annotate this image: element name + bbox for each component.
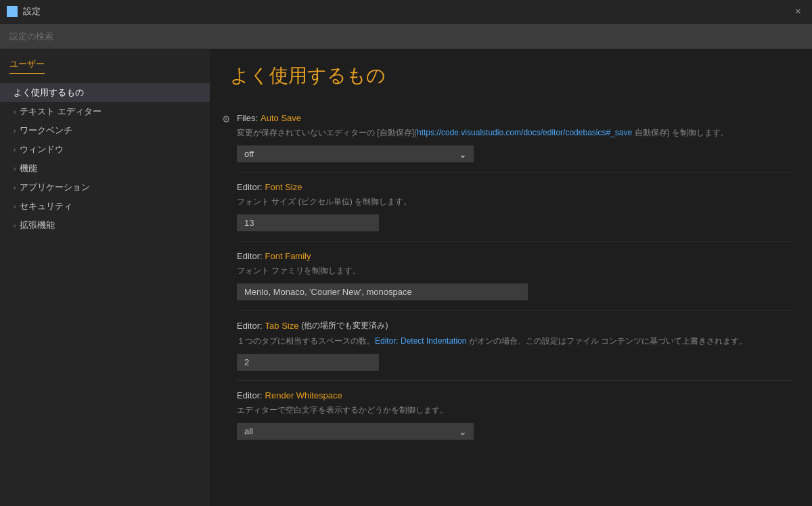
setting-dropdown-files-auto-save: off afterDelay onFocusChange onWindowCha…: [237, 145, 474, 162]
svg-rect-4: [9, 14, 14, 15]
settings-file-icon: [7, 6, 18, 17]
setting-editor-font-family: Editor: Font Family フォント ファミリを制御します。: [237, 241, 792, 310]
setting-desc-editor-tab-size: １つのタブに相当するスペースの数。Editor: Detect Indentat…: [237, 335, 792, 347]
chevron-right-icon: ›: [14, 146, 16, 154]
setting-editor-render-whitespace: Editor: Render Whitespace エディターで空白文字を表示す…: [237, 380, 792, 449]
sidebar-item-application[interactable]: › アプリケーション: [0, 178, 210, 197]
font-family-input[interactable]: [237, 283, 528, 300]
sidebar-item-frequently-used[interactable]: よく使用するもの: [0, 83, 210, 102]
setting-files-auto-save: ⚙ Files: Auto Save 変更が保存されていないエディターの [自動…: [237, 104, 792, 172]
setting-editor-font-size: Editor: Font Size フォント サイズ (ピクセル単位) を制御し…: [237, 172, 792, 241]
setting-label-editor-render-whitespace: Editor: Render Whitespace: [237, 390, 792, 400]
setting-label-editor-font-size: Editor: Font Size: [237, 182, 792, 192]
chevron-right-icon: ›: [14, 203, 16, 210]
chevron-right-icon: ›: [14, 108, 16, 116]
setting-input-tab-size: [237, 354, 792, 371]
sidebar-item-security[interactable]: › セキュリティ: [0, 197, 210, 216]
setting-desc-files-auto-save: 変更が保存されていないエディターの [自動保存](https://code.vi…: [237, 127, 792, 139]
chevron-right-icon: ›: [14, 184, 16, 191]
search-bar: [0, 24, 812, 49]
setting-label-editor-font-family: Editor: Font Family: [237, 251, 792, 261]
tab-user[interactable]: ユーザー: [9, 58, 45, 74]
chevron-right-icon: ›: [14, 222, 16, 229]
setting-input-font-size: [237, 214, 792, 231]
search-input[interactable]: [9, 31, 803, 41]
setting-dropdown-render-whitespace: none boundary selection trailing all: [237, 423, 474, 440]
sidebar-item-window[interactable]: › ウィンドウ: [0, 140, 210, 159]
svg-rect-3: [9, 12, 15, 13]
sidebar-item-text-editor[interactable]: › テキスト エディター: [0, 102, 210, 121]
sidebar-item-extensions[interactable]: › 拡張機能: [0, 216, 210, 235]
auto-save-select[interactable]: off afterDelay onFocusChange onWindowCha…: [237, 145, 474, 162]
tab-title: 設定: [23, 5, 791, 18]
setting-editor-tab-size: Editor: Tab Size (他の場所でも変更済み) １つのタブに相当する…: [237, 310, 792, 380]
render-whitespace-select[interactable]: none boundary selection trailing all: [237, 423, 474, 440]
setting-desc-editor-font-family: フォント ファミリを制御します。: [237, 264, 792, 277]
setting-desc-editor-font-size: フォント サイズ (ピクセル単位) を制御します。: [237, 196, 792, 208]
chevron-right-icon: ›: [14, 127, 16, 135]
detect-indentation-link[interactable]: Editor: Detect Indentation: [375, 336, 466, 346]
setting-input-font-family: [237, 283, 792, 300]
sidebar: ユーザー よく使用するもの › テキスト エディター › ワークベンチ › ウィ…: [0, 49, 210, 506]
setting-key-files-auto-save: Auto Save: [261, 113, 301, 123]
page-title: よく使用するもの: [230, 63, 792, 89]
settings-section: ⚙ Files: Auto Save 変更が保存されていないエディターの [自動…: [230, 104, 792, 449]
setting-label-files-auto-save: Files: Auto Save: [237, 113, 792, 123]
auto-save-link[interactable]: https://code.visualstudio.com/docs/edito…: [417, 128, 632, 137]
main-layout: ユーザー よく使用するもの › テキスト エディター › ワークベンチ › ウィ…: [0, 49, 812, 506]
close-tab-button[interactable]: ×: [791, 4, 805, 19]
svg-rect-2: [9, 11, 15, 12]
font-size-input[interactable]: [237, 214, 379, 231]
setting-desc-editor-render-whitespace: エディターで空白文字を表示するかどうかを制御します。: [237, 404, 792, 416]
tab-bar: ユーザー: [0, 58, 210, 74]
sidebar-item-features[interactable]: › 機能: [0, 159, 210, 178]
svg-rect-1: [9, 9, 15, 9]
tab-size-input[interactable]: [237, 354, 379, 371]
titlebar: 設定 ×: [0, 0, 812, 24]
sidebar-item-workbench[interactable]: › ワークベンチ: [0, 121, 210, 140]
setting-label-editor-tab-size: Editor: Tab Size (他の場所でも変更済み): [237, 320, 792, 331]
content-area: よく使用するもの ⚙ Files: Auto Save 変更が保存されていないエ…: [210, 49, 812, 506]
gear-icon[interactable]: ⚙: [222, 114, 231, 124]
setting-prefix-files-auto-save: Files:: [237, 113, 258, 123]
chevron-right-icon: ›: [14, 165, 16, 172]
